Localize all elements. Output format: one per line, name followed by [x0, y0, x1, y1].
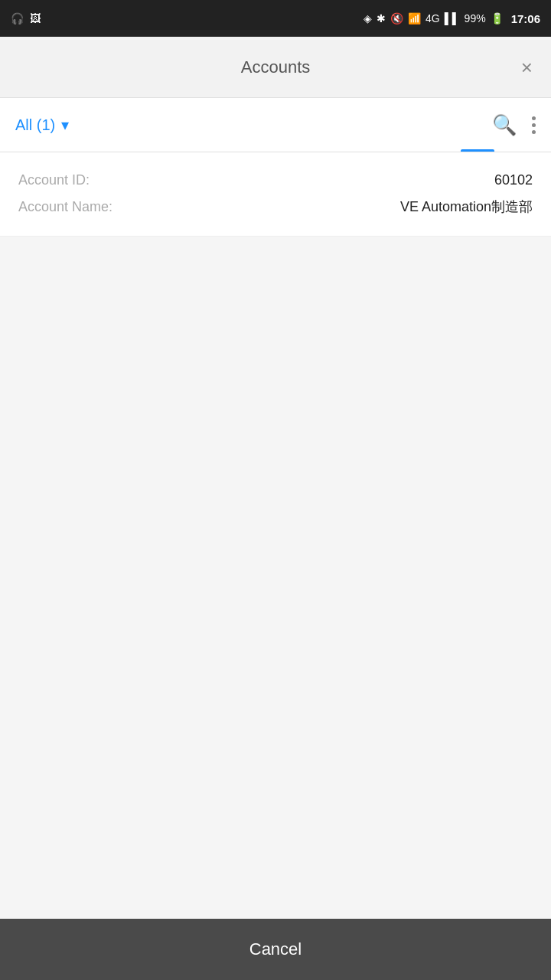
cancel-label: Cancel [249, 939, 302, 959]
battery-icon: 🔋 [491, 12, 504, 24]
filter-row: All (1) ▾ 🔍 [0, 98, 551, 152]
signal-icon: ▌▌ [445, 12, 460, 24]
search-active-indicator [461, 149, 494, 152]
account-item[interactable]: Account ID: 60102 Account Name: VE Autom… [0, 152, 551, 237]
status-bar-left: 🎧 🖼 [11, 12, 41, 24]
status-bar-right: ◈ ✱ 🔇 📶 4G ▌▌ 99% 🔋 17:06 [364, 12, 540, 25]
more-options-icon[interactable] [532, 116, 536, 134]
filter-actions: 🔍 [492, 113, 536, 137]
status-bar: 🎧 🖼 ◈ ✱ 🔇 📶 4G ▌▌ 99% 🔋 17:06 [0, 0, 551, 37]
location-icon: ◈ [364, 12, 372, 24]
account-id-label: Account ID: [18, 172, 90, 188]
filter-dropdown[interactable]: All (1) ▾ [15, 116, 69, 134]
account-id-value: 60102 [494, 172, 533, 188]
headphone-icon: 🎧 [11, 12, 24, 24]
page-title: Accounts [241, 57, 311, 77]
main-content [0, 237, 551, 980]
filter-label: All (1) [15, 116, 55, 134]
chevron-down-icon: ▾ [61, 116, 69, 134]
account-name-value: VE Automation制造部 [400, 198, 533, 216]
account-list: Account ID: 60102 Account Name: VE Autom… [0, 152, 551, 237]
account-name-label: Account Name: [18, 199, 112, 215]
dot1 [532, 116, 536, 120]
status-time: 17:06 [511, 12, 540, 25]
mute-icon: 🔇 [390, 12, 403, 24]
image-icon: 🖼 [30, 12, 41, 24]
close-button[interactable]: × [521, 55, 533, 79]
search-icon[interactable]: 🔍 [492, 113, 517, 137]
battery-value: 99% [465, 12, 486, 24]
4g-label: 4G [425, 12, 440, 24]
account-name-row: Account Name: VE Automation制造部 [18, 193, 533, 220]
cancel-button[interactable]: Cancel [0, 919, 551, 980]
bluetooth-icon: ✱ [377, 12, 386, 24]
account-id-row: Account ID: 60102 [18, 168, 533, 193]
dot3 [532, 130, 536, 134]
dot2 [532, 123, 536, 127]
wifi-icon: 📶 [408, 12, 421, 24]
title-bar: Accounts × [0, 37, 551, 98]
